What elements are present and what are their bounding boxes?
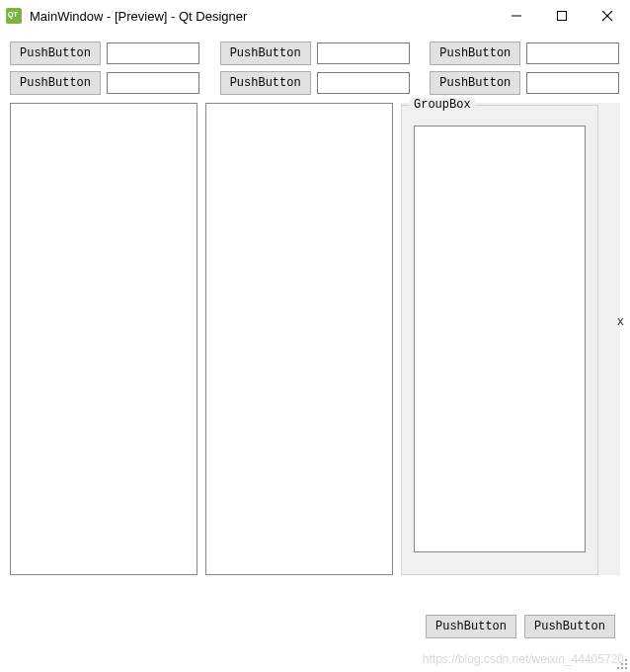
line-edit[interactable] bbox=[317, 42, 410, 64]
line-edit[interactable] bbox=[526, 72, 619, 94]
maximize-button[interactable] bbox=[539, 0, 585, 32]
push-button[interactable]: PushButton bbox=[10, 71, 101, 95]
bottom-row: PushButton PushButton bbox=[10, 615, 620, 638]
maximize-icon bbox=[557, 11, 567, 21]
list-widget-right[interactable] bbox=[414, 126, 586, 552]
svg-point-7 bbox=[617, 667, 619, 669]
close-icon bbox=[602, 11, 613, 22]
watermark: https://blog.csdn.net/weixin_44405720 bbox=[423, 652, 624, 666]
groupbox-title: GroupBox bbox=[410, 98, 475, 112]
titlebar: MainWindow - [Preview] - Qt Designer bbox=[0, 0, 630, 32]
minimize-button[interactable] bbox=[494, 0, 539, 32]
close-button[interactable] bbox=[585, 0, 630, 32]
push-button[interactable]: PushButton bbox=[430, 71, 520, 95]
svg-point-9 bbox=[625, 667, 627, 669]
grid-cell: PushButton bbox=[10, 71, 200, 95]
list-widget-center[interactable] bbox=[205, 103, 393, 575]
svg-point-5 bbox=[621, 663, 623, 665]
minimize-icon bbox=[512, 11, 521, 21]
push-button-bottom-1[interactable]: PushButton bbox=[426, 615, 516, 638]
line-edit[interactable] bbox=[526, 42, 619, 64]
push-button[interactable]: PushButton bbox=[430, 42, 520, 65]
svg-point-4 bbox=[625, 659, 627, 661]
push-button-bottom-2[interactable]: PushButton bbox=[524, 615, 615, 638]
push-button[interactable]: PushButton bbox=[220, 71, 311, 95]
groupbox-wrap: GroupBox bbox=[401, 103, 620, 575]
svg-rect-1 bbox=[558, 12, 567, 21]
grid-cell: PushButton bbox=[10, 42, 200, 65]
window-title: MainWindow - [Preview] - Qt Designer bbox=[30, 9, 247, 24]
push-button[interactable]: PushButton bbox=[10, 42, 101, 65]
middle-row: GroupBox bbox=[10, 103, 620, 575]
line-edit[interactable] bbox=[317, 72, 410, 94]
grid-cell: PushButton bbox=[220, 71, 411, 95]
line-edit[interactable] bbox=[107, 72, 199, 94]
grid-cell: PushButton bbox=[430, 71, 620, 95]
group-box: GroupBox bbox=[401, 105, 598, 575]
svg-point-8 bbox=[621, 667, 623, 669]
top-grid: PushButton PushButton PushButton PushBut… bbox=[10, 42, 620, 95]
window-controls bbox=[494, 0, 630, 32]
grid-cell: PushButton bbox=[220, 42, 411, 65]
client-area: PushButton PushButton PushButton PushBut… bbox=[0, 32, 630, 648]
resize-grip[interactable] bbox=[616, 658, 628, 670]
app-icon bbox=[6, 8, 22, 24]
line-edit[interactable] bbox=[107, 42, 199, 64]
resize-grip-icon bbox=[616, 658, 628, 670]
svg-point-6 bbox=[625, 663, 627, 665]
side-label: x bbox=[617, 314, 624, 328]
list-widget-left[interactable] bbox=[10, 103, 197, 575]
push-button[interactable]: PushButton bbox=[220, 42, 311, 65]
grid-cell: PushButton bbox=[430, 42, 620, 65]
